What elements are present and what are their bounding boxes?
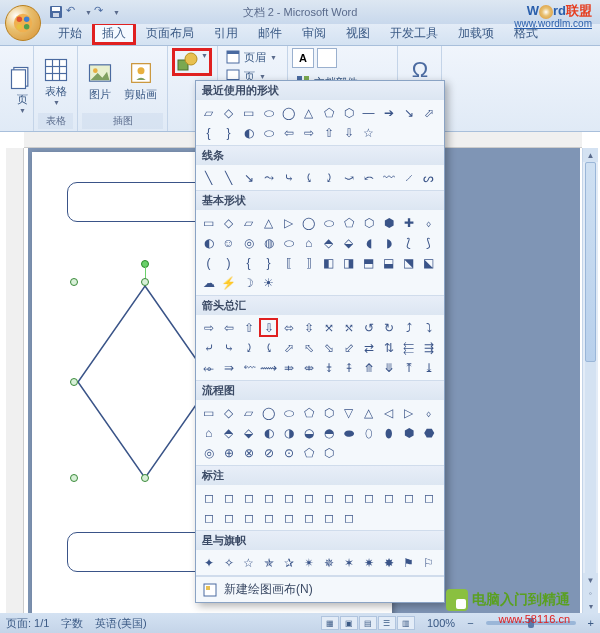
shape-option[interactable]: ◻ bbox=[359, 488, 378, 507]
shape-option[interactable]: ◻ bbox=[279, 488, 298, 507]
sel-handle-w[interactable] bbox=[70, 378, 78, 386]
ruler-vertical[interactable] bbox=[6, 148, 24, 613]
shape-option[interactable]: ▭ bbox=[239, 103, 258, 122]
new-drawing-canvas[interactable]: 新建绘图画布(N) bbox=[196, 576, 444, 602]
shape-option[interactable]: ✷ bbox=[359, 553, 378, 572]
shape-option[interactable]: ⤵ bbox=[419, 318, 438, 337]
shape-option[interactable]: ◨ bbox=[339, 253, 358, 272]
shape-option[interactable]: ◻ bbox=[199, 488, 218, 507]
shape-option[interactable]: ✵ bbox=[319, 553, 338, 572]
shape-option[interactable]: ⤧ bbox=[319, 318, 338, 337]
shape-option[interactable]: ⇨ bbox=[299, 123, 318, 142]
shape-option[interactable]: ) bbox=[219, 253, 238, 272]
shape-option[interactable]: ⤸ bbox=[239, 338, 258, 357]
view-draft[interactable]: ▥ bbox=[397, 616, 415, 630]
shape-option[interactable]: ↻ bbox=[379, 318, 398, 337]
shape-option[interactable]: ⤒ bbox=[399, 358, 418, 377]
zoom-out-icon[interactable]: − bbox=[467, 617, 473, 629]
shape-option[interactable]: ᔕ bbox=[419, 168, 438, 187]
shape-option[interactable]: ⊙ bbox=[279, 443, 298, 462]
shape-option[interactable]: ⬯ bbox=[359, 423, 378, 442]
qat-undo-drop[interactable]: ▼ bbox=[85, 9, 92, 16]
page-down-icon[interactable]: ▾ bbox=[583, 599, 598, 613]
shape-option[interactable]: ⟦ bbox=[279, 253, 298, 272]
shape-option[interactable]: ⤹ bbox=[259, 338, 278, 357]
tab-page-layout[interactable]: 页面布局 bbox=[136, 22, 204, 45]
clipart-button[interactable]: 剪贴画 bbox=[120, 57, 161, 104]
shape-option[interactable]: — bbox=[359, 103, 378, 122]
shape-option[interactable]: { bbox=[239, 253, 258, 272]
shape-option[interactable]: ⇧ bbox=[239, 318, 258, 337]
shape-option[interactable]: ⤉ bbox=[339, 358, 358, 377]
shape-option[interactable]: △ bbox=[299, 103, 318, 122]
shape-option[interactable]: ⤈ bbox=[319, 358, 338, 377]
header-button[interactable]: 页眉▼ bbox=[222, 48, 283, 66]
shape-option[interactable]: ⬭ bbox=[319, 213, 338, 232]
shape-option[interactable]: ◯ bbox=[279, 103, 298, 122]
tab-review[interactable]: 审阅 bbox=[292, 22, 336, 45]
shape-option[interactable]: ⇨ bbox=[199, 318, 218, 337]
shape-option[interactable]: ⬙ bbox=[239, 423, 258, 442]
shape-option[interactable]: ⇩ bbox=[259, 318, 278, 337]
tab-developer[interactable]: 开发工具 bbox=[380, 22, 448, 45]
qat-save-icon[interactable] bbox=[48, 4, 64, 20]
shape-option[interactable]: ⌂ bbox=[299, 233, 318, 252]
office-button[interactable] bbox=[5, 5, 41, 41]
shape-option[interactable]: ◁ bbox=[379, 403, 398, 422]
shape-option[interactable]: ╲ bbox=[219, 168, 238, 187]
shape-option[interactable]: ⬰ bbox=[199, 358, 218, 377]
shape-option[interactable]: ⊘ bbox=[259, 443, 278, 462]
shape-option[interactable]: ☽ bbox=[239, 273, 258, 292]
shape-option[interactable]: ⤶ bbox=[199, 338, 218, 357]
shape-option[interactable]: ◯ bbox=[299, 213, 318, 232]
shape-option[interactable]: ⇦ bbox=[279, 123, 298, 142]
shape-option[interactable]: ⤊ bbox=[359, 358, 378, 377]
shape-option[interactable]: ⟧ bbox=[299, 253, 318, 272]
shape-option[interactable]: ☁ bbox=[199, 273, 218, 292]
vertical-scrollbar[interactable]: ▲ ▼ ◦ ▾ bbox=[582, 148, 598, 613]
shape-option[interactable]: ⇛ bbox=[219, 358, 238, 377]
shape-option[interactable]: ⬒ bbox=[359, 253, 378, 272]
shape-option[interactable]: ⇦ bbox=[219, 318, 238, 337]
scroll-thumb[interactable] bbox=[585, 162, 596, 362]
shape-option[interactable]: ✸ bbox=[379, 553, 398, 572]
tab-insert[interactable]: 插入 bbox=[92, 22, 136, 45]
shape-option[interactable]: ◇ bbox=[219, 213, 238, 232]
shape-option[interactable]: ◻ bbox=[319, 508, 338, 527]
shape-option[interactable]: ⤷ bbox=[219, 338, 238, 357]
shape-option[interactable]: ✴ bbox=[299, 553, 318, 572]
shape-option[interactable]: ⬢ bbox=[399, 423, 418, 442]
shape-option[interactable]: ⬱ bbox=[399, 338, 418, 357]
shape-option[interactable]: ⬃ bbox=[339, 338, 358, 357]
shape-option[interactable]: ⇩ bbox=[339, 123, 358, 142]
shape-option[interactable]: ⬘ bbox=[319, 233, 338, 252]
shape-option[interactable]: ⤺ bbox=[359, 168, 378, 187]
shape-option[interactable]: ✚ bbox=[399, 213, 418, 232]
view-web[interactable]: ▤ bbox=[359, 616, 377, 630]
shape-option[interactable]: ✦ bbox=[199, 553, 218, 572]
shape-option[interactable]: ◖ bbox=[359, 233, 378, 252]
shape-option[interactable]: ⚐ bbox=[419, 553, 438, 572]
shape-option[interactable]: ▷ bbox=[399, 403, 418, 422]
shape-option[interactable]: ☺ bbox=[219, 233, 238, 252]
shape-option[interactable]: △ bbox=[259, 213, 278, 232]
shape-option[interactable]: ▱ bbox=[199, 103, 218, 122]
shape-option[interactable]: ⬄ bbox=[279, 318, 298, 337]
shape-option[interactable]: ⬂ bbox=[319, 338, 338, 357]
shape-option[interactable]: ⊗ bbox=[239, 443, 258, 462]
shape-option[interactable]: ◻ bbox=[399, 488, 418, 507]
shape-option[interactable]: ◻ bbox=[199, 508, 218, 527]
sel-handle-n[interactable] bbox=[141, 278, 149, 286]
shape-option[interactable]: ⬡ bbox=[359, 213, 378, 232]
status-page[interactable]: 页面: 1/1 bbox=[6, 616, 49, 631]
shape-option[interactable]: ◗ bbox=[379, 233, 398, 252]
shape-option[interactable]: ⬠ bbox=[319, 103, 338, 122]
tab-mailings[interactable]: 邮件 bbox=[248, 22, 292, 45]
shape-option[interactable]: ⬀ bbox=[279, 338, 298, 357]
shape-option[interactable]: ◍ bbox=[259, 233, 278, 252]
shape-option[interactable]: ◻ bbox=[339, 488, 358, 507]
view-full-screen[interactable]: ▣ bbox=[340, 616, 358, 630]
shape-option[interactable]: ▭ bbox=[199, 213, 218, 232]
qat-redo-icon[interactable]: ↷ bbox=[94, 4, 110, 20]
shape-option[interactable]: ⊕ bbox=[219, 443, 238, 462]
